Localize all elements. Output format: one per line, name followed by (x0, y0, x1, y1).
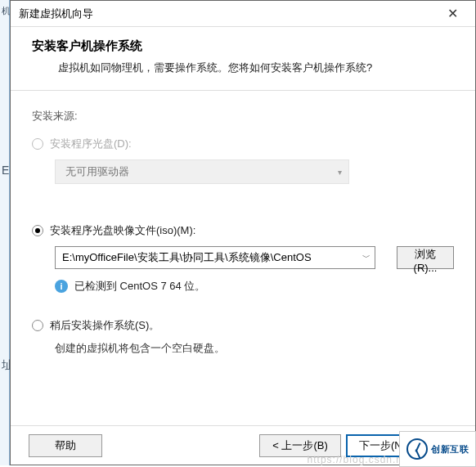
bg-char-2: E (2, 164, 9, 177)
titlebar: 新建虚拟机向导 ✕ (11, 1, 475, 27)
close-button[interactable]: ✕ (436, 2, 469, 25)
option-installer-disc: 安装程序光盘(D): (32, 137, 454, 151)
radio-install-later[interactable] (32, 320, 43, 331)
wizard-header: 安装客户机操作系统 虚拟机如同物理机，需要操作系统。您将如何安装客户机操作系统? (11, 27, 475, 91)
radio-installer-disc (32, 138, 43, 150)
drive-select-text: 无可用驱动器 (65, 164, 129, 179)
chevron-down-icon: ▾ (338, 168, 342, 177)
help-button[interactable]: 帮助 (29, 434, 102, 457)
option-installer-disc-label: 安装程序光盘(D): (50, 137, 132, 151)
install-later-desc: 创建的虚拟机将包含一个空白硬盘。 (55, 341, 454, 356)
wizard-body: 安装来源: 安装程序光盘(D): 无可用驱动器 ▾ 安装程序光盘映像文件(iso… (11, 91, 475, 364)
background-fragment: 机 E 址 (0, 0, 10, 465)
header-subtitle: 虚拟机如同物理机，需要操作系统。您将如何安装客户机操作系统? (32, 61, 454, 75)
radio-iso[interactable] (32, 225, 43, 236)
detection-text: 已检测到 CentOS 7 64 位。 (74, 279, 205, 294)
window-title: 新建虚拟机向导 (19, 7, 93, 21)
option-install-later[interactable]: 稍后安装操作系统(S)。 (32, 318, 454, 333)
logo-overlay: 创新互联 (399, 431, 476, 467)
option-iso[interactable]: 安装程序光盘映像文件(iso)(M): (32, 223, 454, 238)
drive-select: 无可用驱动器 ▾ (55, 159, 349, 184)
iso-path-input[interactable] (55, 246, 375, 269)
close-icon: ✕ (447, 6, 458, 21)
logo-icon (406, 438, 428, 460)
option-install-later-label: 稍后安装操作系统(S)。 (50, 318, 159, 333)
header-title: 安装客户机操作系统 (32, 38, 454, 54)
logo-text: 创新互联 (431, 443, 469, 456)
wizard-dialog: 新建虚拟机向导 ✕ 安装客户机操作系统 虚拟机如同物理机，需要操作系统。您将如何… (10, 0, 476, 465)
option-iso-label: 安装程序光盘映像文件(iso)(M): (50, 223, 195, 238)
install-source-label: 安装来源: (32, 109, 454, 123)
detection-row: i 已检测到 CentOS 7 64 位。 (55, 279, 454, 294)
browse-button[interactable]: 浏览(R)... (397, 246, 454, 269)
info-icon: i (55, 280, 68, 293)
